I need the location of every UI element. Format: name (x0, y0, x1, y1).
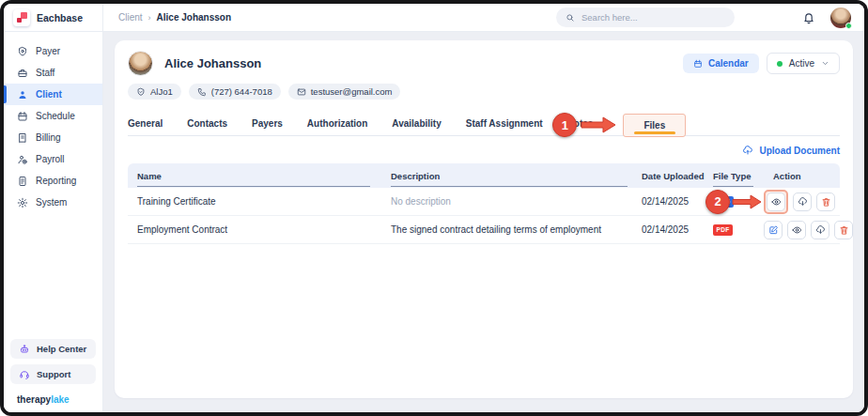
sidebar-item-label: Schedule (36, 111, 75, 121)
calendar-icon (693, 59, 703, 69)
status-dropdown[interactable]: Active (767, 53, 840, 74)
sidebar-item-billing[interactable]: Billing (4, 127, 102, 148)
sidebar-item-payer[interactable]: Payer (4, 40, 102, 62)
sidebar-item-reporting[interactable]: Reporting (4, 170, 102, 192)
gear-icon (17, 197, 28, 208)
client-tabs: General Contacts Payers Authorization Av… (128, 112, 840, 136)
eachbase-logo-icon (13, 9, 30, 26)
support-label: Support (37, 369, 70, 379)
tab-availability[interactable]: Availability (392, 118, 441, 129)
edit-file-button[interactable] (764, 221, 783, 239)
search-placeholder: Search here... (581, 12, 638, 23)
sidebar-item-label: System (36, 197, 67, 208)
files-tab-highlight: 1 Files (623, 114, 686, 137)
profile-actions: Calendar Active (683, 53, 840, 74)
payroll-icon (17, 154, 28, 165)
online-status-dot (845, 23, 852, 29)
help-center-label: Help Center (37, 344, 86, 354)
tab-general[interactable]: General (128, 118, 163, 129)
upload-row: Upload Document (128, 145, 840, 156)
tab-contacts[interactable]: Contacts (187, 118, 227, 129)
calendar-icon (17, 111, 28, 122)
file-type-badge: PDF (713, 224, 733, 236)
file-name: Training Certificate (137, 196, 391, 207)
search-input[interactable]: Search here... (556, 8, 735, 27)
edit-pencil-icon (768, 224, 779, 235)
support-button[interactable]: Support (10, 364, 96, 384)
table-row: Training Certificate No description 02/1… (128, 188, 840, 216)
sidebar-item-client[interactable]: Client (4, 84, 102, 105)
sidebar: Eachbase Payer Staff Client Schedule Bil… (4, 4, 103, 412)
tab-payers[interactable]: Payers (252, 118, 283, 129)
calendar-button[interactable]: Calendar (683, 54, 759, 73)
client-card: Alice Johansson Calendar Active (115, 40, 853, 398)
client-id-badge: AlJo1 (128, 84, 181, 100)
document-icon (17, 176, 28, 187)
annotation-step-2-arrow-icon (732, 193, 762, 210)
tab-files[interactable]: Files (643, 120, 665, 131)
help-center-button[interactable]: Help Center (10, 339, 96, 359)
person-icon (17, 89, 28, 100)
briefcase-icon (17, 68, 28, 79)
search-icon (566, 13, 575, 23)
breadcrumb-current: Alice Johansson (157, 12, 231, 23)
column-header-action[interactable]: Action (764, 163, 830, 188)
annotation-step-1-arrow-icon (581, 116, 616, 134)
calendar-label: Calendar (708, 58, 749, 69)
brand-name: Eachbase (37, 12, 83, 23)
profile-header: Alice Johansson Calendar Active (128, 40, 840, 76)
chevron-down-icon (821, 59, 829, 68)
delete-file-button[interactable] (834, 221, 853, 239)
main-content: Alice Johansson Calendar Active (103, 32, 864, 412)
sidebar-item-label: Client (36, 89, 62, 100)
sidebar-item-label: Staff (36, 68, 54, 78)
app-window: Eachbase Payer Staff Client Schedule Bil… (4, 4, 864, 412)
eye-icon (792, 224, 802, 235)
column-header-date-uploaded[interactable]: Date Uploaded (642, 163, 713, 188)
delete-file-button[interactable] (816, 193, 835, 211)
sidebar-item-payroll[interactable]: Payroll (4, 148, 102, 170)
sidebar-item-label: Payer (36, 46, 60, 56)
annotation-step-1-circle: 1 (552, 113, 577, 137)
client-phone-badge: (727) 644-7018 (189, 84, 281, 100)
file-actions (764, 221, 853, 239)
upload-document-button[interactable]: Upload Document (742, 145, 840, 156)
upload-document-label: Upload Document (759, 146, 840, 156)
table-row: Employment Contract The signed contract … (128, 216, 840, 244)
files-table: Name Description Date Uploaded File Type… (128, 163, 840, 244)
tab-authorization[interactable]: Authorization (307, 118, 367, 129)
view-file-button[interactable] (787, 221, 806, 239)
column-header-file-type[interactable]: File Type (713, 163, 764, 188)
sidebar-item-staff[interactable]: Staff (4, 62, 102, 84)
file-description: The signed contract detailing terms of e… (391, 224, 642, 235)
download-file-button[interactable] (811, 221, 829, 239)
eye-icon (771, 196, 782, 207)
sidebar-item-system[interactable]: System (4, 192, 102, 213)
view-file-button[interactable] (767, 193, 785, 211)
client-id-value: AlJo1 (150, 86, 173, 97)
headset-icon (19, 369, 30, 380)
sidebar-nav: Payer Staff Client Schedule Billing Payr… (4, 32, 102, 339)
column-header-name[interactable]: Name (137, 163, 391, 188)
file-date-uploaded: 02/14/2025 (642, 196, 713, 207)
receipt-icon (17, 132, 28, 144)
notification-bell-icon[interactable] (802, 11, 815, 24)
file-description: No description (391, 196, 642, 207)
client-info-badges: AlJo1 (727) 644-7018 testuser@gmail.com (128, 84, 840, 100)
brand[interactable]: Eachbase (4, 4, 102, 32)
breadcrumb: Client › Alice Johansson (118, 12, 231, 23)
cloud-download-icon (798, 196, 808, 207)
active-status-dot (777, 61, 783, 67)
user-avatar[interactable] (830, 8, 851, 28)
sidebar-item-schedule[interactable]: Schedule (4, 105, 102, 127)
phone-icon (197, 87, 207, 97)
breadcrumb-parent[interactable]: Client (118, 12, 143, 23)
file-name: Employment Contract (137, 224, 391, 235)
sidebar-item-label: Billing (36, 132, 61, 143)
annotation-step-2-highlight: 2 (764, 190, 788, 214)
mail-icon (297, 87, 306, 97)
cloud-upload-icon (742, 145, 753, 156)
download-file-button[interactable] (793, 193, 812, 211)
column-header-description[interactable]: Description (391, 163, 642, 188)
tab-staff-assignment[interactable]: Staff Assignment (466, 118, 543, 129)
